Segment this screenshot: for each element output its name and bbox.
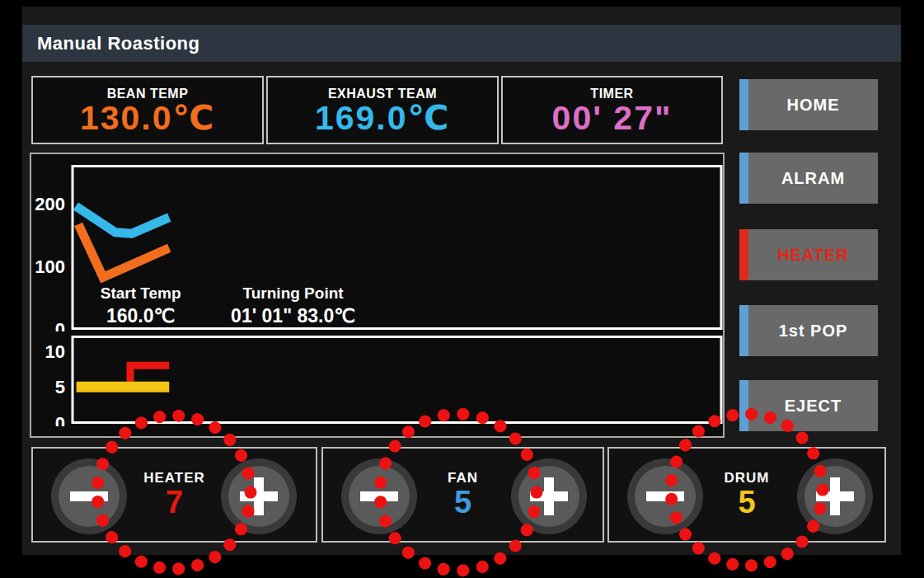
drum-plus-button[interactable] <box>797 458 873 534</box>
nav-button-alram[interactable]: ALRAM <box>739 153 878 204</box>
timer-display: TIMER 00' 27" <box>501 76 723 144</box>
fan-plus-button[interactable] <box>511 458 587 534</box>
heater-control-panel: HEATER 7 <box>31 447 317 543</box>
page-title: Manual Roastiong <box>37 33 199 54</box>
svg-text:200: 200 <box>35 194 65 214</box>
svg-text:Start Temp: Start Temp <box>101 284 181 302</box>
svg-text:100: 100 <box>35 256 65 277</box>
nav-button-alram-label: ALRAM <box>781 169 845 188</box>
fan-minus-button[interactable] <box>341 458 417 534</box>
drum-control-label: DRUM <box>725 470 770 486</box>
svg-text:01' 01" 83.0℃: 01' 01" 83.0℃ <box>231 305 355 327</box>
nav-button-1st-pop[interactable]: 1st POP <box>739 305 878 356</box>
exhaust-temp-display: EXHAUST TEAM 169.0℃ <box>266 76 499 144</box>
svg-text:0: 0 <box>55 413 65 427</box>
svg-text:160.0℃: 160.0℃ <box>106 305 175 327</box>
nav-button-1st-pop-label: 1st POP <box>779 322 848 341</box>
drum-minus-button[interactable] <box>627 458 703 534</box>
nav-button-heater-label: HEATER <box>777 246 849 265</box>
drum-control-panel: DRUM 5 <box>607 447 886 543</box>
drum-value: 5 <box>738 486 755 519</box>
nav-accent-bar <box>739 380 748 431</box>
svg-text:0: 0 <box>55 319 65 332</box>
nav-accent-bar <box>739 305 748 356</box>
nav-button-eject[interactable]: EJECT <box>739 380 878 431</box>
nav-button-home-label: HOME <box>787 96 840 115</box>
svg-text:10: 10 <box>45 341 65 362</box>
minus-icon <box>70 491 108 501</box>
nav-accent-bar <box>739 153 748 204</box>
nav-button-eject-label: EJECT <box>785 397 842 416</box>
nav-accent-bar <box>739 229 748 280</box>
heater-control-label: HEATER <box>143 470 205 486</box>
nav-accent-bar <box>739 79 748 130</box>
fan-value: 5 <box>454 486 471 519</box>
bean-temp-display: BEAN TEMP 130.0℃ <box>31 76 264 144</box>
svg-text:5: 5 <box>55 377 65 397</box>
svg-text:Turning Point: Turning Point <box>243 284 345 302</box>
heater-minus-button[interactable] <box>51 458 127 534</box>
app-panel: Manual Roastiong BEAN TEMP 130.0℃ EXHAUS… <box>22 7 901 555</box>
heater-plus-button[interactable] <box>221 458 297 534</box>
minus-icon <box>360 491 398 501</box>
minus-icon <box>646 491 684 501</box>
temp-chart: 2001000Start Temp160.0℃Turning Point01' … <box>33 165 725 331</box>
heater-value: 7 <box>166 486 183 519</box>
exhaust-temp-value: 169.0℃ <box>315 101 450 135</box>
fan-control-panel: FAN 5 <box>321 447 604 543</box>
bean-temp-value: 130.0℃ <box>80 101 215 135</box>
chart-container: 2001000Start Temp160.0℃Turning Point01' … <box>30 153 725 438</box>
nav-button-home[interactable]: HOME <box>739 79 878 130</box>
title-bar: Manual Roastiong <box>22 25 901 62</box>
timer-value: 00' 27" <box>552 101 673 135</box>
fan-control-label: FAN <box>448 470 478 486</box>
level-chart: 1050 <box>33 336 725 426</box>
nav-button-heater[interactable]: HEATER <box>739 229 878 280</box>
